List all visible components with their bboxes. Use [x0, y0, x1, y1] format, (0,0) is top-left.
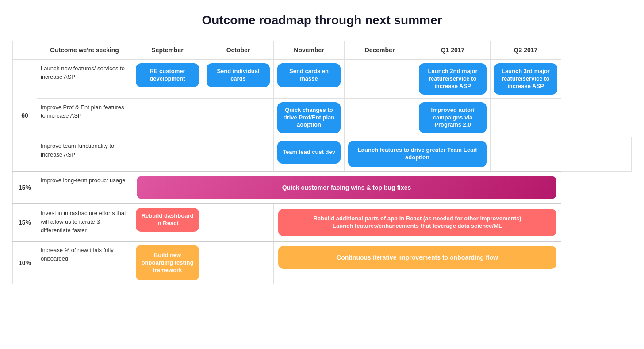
- outcome-label: Invest in infrastracture efforts that wi…: [41, 210, 126, 233]
- header-pct: [13, 41, 37, 60]
- header-nov: November: [274, 41, 345, 60]
- outcome-label: Increase % of new trials fully onboarded: [41, 247, 114, 262]
- cell-sep-row2: [132, 98, 203, 137]
- table-row: 15% Improve long-term product usage Quic…: [13, 171, 632, 204]
- outcome-infra: Invest in infrastracture efforts that wi…: [37, 204, 132, 241]
- header-oct: October: [203, 41, 274, 60]
- pct-10: 10%: [19, 259, 31, 266]
- card-rebuild-additional: Rebuild additional parts of app in React…: [278, 209, 556, 236]
- cell-nov-row3: Team lead cust dev: [274, 137, 345, 172]
- outcome-label: Launch new features/ services to increas…: [41, 65, 125, 80]
- card-continuous-onboarding: Continuous iterative improvements to onb…: [278, 246, 556, 269]
- card-send-individual: Send individual cards: [207, 63, 270, 87]
- card-send-masse: Send cards en masse: [277, 63, 341, 87]
- card-quick-changes: Quick changes to drive Prof/Ent plan ado…: [277, 102, 341, 134]
- header-sep: September: [132, 41, 203, 60]
- pct-60: 60: [21, 112, 28, 119]
- cell-span-pink: Quick customer-facing wins & top bug fix…: [132, 171, 561, 204]
- cell-q1-row3-empty: [491, 137, 561, 172]
- card-launch-3rd: Launch 3rd major feature/service to incr…: [494, 63, 557, 95]
- cell-oct-infra: [203, 204, 274, 241]
- cell-sep-infra: Rebuild dashboard in React: [132, 204, 203, 241]
- outcome-improve-team: Improve team functionality to increase A…: [37, 137, 132, 172]
- card-quick-wins: Quick customer-facing wins & top bug fix…: [137, 176, 556, 199]
- header-q1: Q1 2017: [415, 41, 491, 60]
- cell-oct-row1: Send individual cards: [203, 59, 274, 98]
- page-title: Outcome roadmap through next summer: [202, 13, 442, 27]
- cell-dec-q1-row3: Launch features to drive greater Team Le…: [345, 137, 491, 172]
- table-row: 10% Increase % of new trials fully onboa…: [13, 241, 632, 284]
- cell-nov-row2: Quick changes to drive Prof/Ent plan ado…: [274, 98, 345, 137]
- cell-q2-row1: Launch 3rd major feature/service to incr…: [491, 59, 561, 98]
- cell-oct-row2: [203, 98, 274, 137]
- cell-nov-row1: Send cards en masse: [274, 59, 345, 98]
- card-improved-autor: Improved autor/ campaigns via Programs 2…: [419, 102, 487, 134]
- cell-oct-trials: [203, 241, 274, 284]
- outcome-label: Improve team functionality to increase A…: [41, 142, 114, 157]
- header-row: Outcome we're seeking September October …: [13, 41, 632, 60]
- pct-15b: 15%: [19, 219, 31, 226]
- cell-sep-row3: [132, 137, 203, 172]
- table-row: 60 Launch new features/ services to incr…: [13, 59, 632, 98]
- header-dec: December: [345, 41, 415, 60]
- table-row: 15% Invest in infrastracture efforts tha…: [13, 204, 632, 241]
- card-build-onboarding: Build new onboarding testing framework: [136, 245, 199, 280]
- card-re-customer: RE customer development: [136, 63, 199, 87]
- card-launch-2nd: Launch 2nd major feature/service to incr…: [419, 63, 487, 95]
- card-rebuild-dashboard: Rebuild dashboard in React: [136, 208, 199, 232]
- cell-q1-row2: Improved autor/ campaigns via Programs 2…: [415, 98, 491, 137]
- outcome-trials: Increase % of new trials fully onboarded: [37, 241, 132, 284]
- cell-dec-row1: [345, 59, 415, 98]
- cell-dec-row2: [345, 98, 415, 137]
- cell-sep-row1: RE customer development: [132, 59, 203, 98]
- outcome-launch-features: Launch new features/ services to increas…: [37, 59, 132, 98]
- pct-15a: 15%: [19, 184, 31, 191]
- cell-span-coral: Rebuild additional parts of app in React…: [274, 204, 561, 241]
- cell-span-orange: Continuous iterative improvements to onb…: [274, 241, 561, 284]
- cell-sep-trials: Build new onboarding testing framework: [132, 241, 203, 284]
- card-team-lead: Team lead cust dev: [277, 141, 341, 164]
- table-row: Improve team functionality to increase A…: [13, 137, 632, 172]
- header-q2: Q2 2017: [491, 41, 561, 60]
- cell-oct-row3: [203, 137, 274, 172]
- card-launch-features: Launch features to drive greater Team Le…: [348, 141, 487, 167]
- outcome-long-term: Improve long-term product usage: [37, 171, 132, 204]
- roadmap-table: Outcome we're seeking September October …: [12, 41, 632, 284]
- outcome-improve-prof: Improve Prof & Ent plan features to incr…: [37, 98, 132, 137]
- cell-q1-row1: Launch 2nd major feature/service to incr…: [415, 59, 491, 98]
- header-outcome: Outcome we're seeking: [37, 41, 132, 60]
- outcome-label: Improve Prof & Ent plan features to incr…: [41, 104, 124, 119]
- outcome-label: Improve long-term product usage: [41, 177, 125, 184]
- cell-q2-row3: [561, 137, 632, 172]
- table-row: Improve Prof & Ent plan features to incr…: [13, 98, 632, 137]
- cell-q2-row2: [491, 98, 561, 137]
